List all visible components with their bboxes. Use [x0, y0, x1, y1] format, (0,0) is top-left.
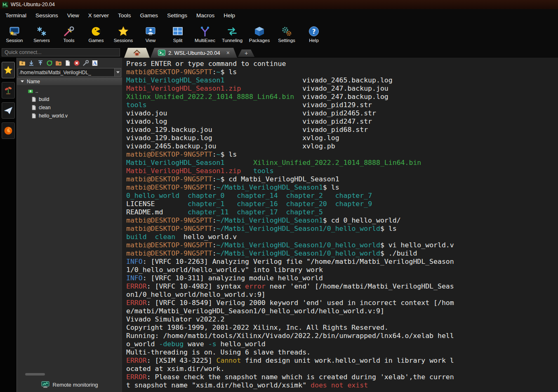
menu-item-x-server[interactable]: X server: [84, 9, 113, 21]
toolbar-button-tools[interactable]: Tools: [55, 21, 82, 47]
main-area: A /home/matbi/Matbi_VerilogHDL_ Name ..b…: [0, 58, 558, 392]
font-button[interactable]: A: [91, 59, 99, 67]
toolbar-button-label: Games: [88, 38, 104, 43]
chevron-down-icon: [116, 71, 120, 73]
terminal-line: o_world -debug wave -s hello_world: [126, 340, 558, 348]
plus-icon: +: [245, 50, 248, 56]
terminal-output[interactable]: Press ENTER or type command to continuem…: [122, 58, 558, 392]
tab-strip: 2. WSL-Ubuntu-20.04 × +: [124, 47, 254, 58]
toolbar-button-label: Sessions: [114, 38, 133, 43]
packages-icon: [254, 26, 265, 37]
terminal-line: matbi@DESKTOP-9NG5PTT:~/Matbi_VerilogHDL…: [126, 225, 558, 233]
toolbar-button-split[interactable]: Split: [164, 21, 191, 47]
app-window: WSL-Ubuntu-20.04 TerminalSessionsViewX s…: [0, 0, 558, 392]
view-icon: [145, 26, 156, 37]
terminal-line: matbi@DESKTOP-9NG5PTT:~$ ls: [126, 150, 558, 159]
quick-connect-input[interactable]: [2, 48, 120, 56]
horizontal-scrollbar[interactable]: [19, 372, 120, 376]
toolbar-button-settings[interactable]: Settings: [273, 21, 300, 47]
terminal-line: README.md chapter_11 chapter_17 chapter_…: [126, 208, 558, 216]
menu-item-view[interactable]: View: [63, 9, 84, 21]
connect-row: 2. WSL-Ubuntu-20.04 × +: [0, 47, 558, 58]
toolbar-button-label: Servers: [33, 38, 50, 43]
tunneling-icon: [227, 26, 238, 37]
toolbar-button-session[interactable]: Session: [1, 21, 28, 47]
menu-item-help[interactable]: Help: [219, 9, 240, 21]
terminal-line: Multi-threading is on. Using 6 slave thr…: [126, 348, 558, 357]
new-folder-icon: [55, 60, 62, 66]
session-icon: [9, 26, 20, 37]
toolbar-button-games[interactable]: Games: [82, 21, 110, 47]
file-tree-item--[interactable]: ..: [17, 87, 122, 95]
delete-button[interactable]: [73, 59, 80, 67]
menu-item-sessions[interactable]: Sessions: [31, 9, 63, 21]
upload-button[interactable]: [37, 59, 44, 67]
new-file-button[interactable]: [64, 59, 71, 67]
help-icon: ?: [308, 26, 319, 37]
toolbar-button-sessions[interactable]: Sessions: [110, 21, 137, 47]
toolbar-button-packages[interactable]: Packages: [246, 21, 273, 47]
menu-bar: TerminalSessionsViewX serverToolsGamesSe…: [0, 9, 558, 21]
tab-wsl-ubuntu-2004[interactable]: 2. WSL-Ubuntu-20.04 ×: [151, 48, 237, 58]
new-folder-button[interactable]: [55, 59, 62, 67]
open-folder-button[interactable]: [19, 59, 26, 67]
servers-icon: [36, 26, 47, 37]
terminal-line: Matbi_VerilogHDL_Season1.zip tools: [126, 167, 558, 175]
terminal-line: t snapshot name "xsim.dir/hello_world/xs…: [126, 381, 558, 390]
toolbar-button-tunneling[interactable]: Tunneling: [219, 21, 246, 47]
terminal-line: 0_hello_world chapter_0 chapter_14 chapt…: [126, 192, 558, 200]
terminal-line: ERROR: [VRFC 10-8549] Verilog 2000 keywo…: [126, 299, 558, 307]
terminal-line: matbi@DESKTOP-9NG5PTT:~/Matbi_VerilogHDL…: [126, 241, 558, 249]
column-header-name[interactable]: Name: [17, 77, 122, 86]
terminal-line: matbi@DESKTOP-9NG5PTT:~/Matbi_VerilogHDL…: [126, 216, 558, 225]
terminal-line: vivado_129.backup.log xvlog.log: [126, 134, 558, 142]
remote-monitoring-button[interactable]: Remote monitoring: [17, 377, 122, 392]
toolbar-button-help[interactable]: ?Help: [300, 21, 327, 47]
main-toolbar: SessionServersToolsGamesSessionsViewSpli…: [0, 21, 558, 47]
refresh-icon: [46, 60, 53, 66]
terminal-line: Xilinx_Unified_2022.2_1014_8888_Lin64.bi…: [126, 93, 558, 101]
file-name: ..: [35, 88, 38, 94]
path-dropdown[interactable]: /home/matbi/Matbi_VerilogHDL_: [18, 68, 121, 77]
toolbar-button-label: Packages: [249, 38, 270, 43]
toolbar-button-label: Split: [173, 38, 182, 43]
toolbar-button-label: Settings: [278, 38, 295, 43]
terminal-line: LICENSE chapter_1 chapter_16 chapter_20 …: [126, 200, 558, 208]
path-dropdown-button[interactable]: [114, 68, 121, 76]
menu-item-tools[interactable]: Tools: [113, 9, 136, 21]
terminal-line: matbi@DESKTOP-9NG5PTT:~$ ls: [126, 68, 558, 76]
file-tree-item-build[interactable]: build: [17, 95, 122, 103]
menu-item-macros[interactable]: Macros: [192, 9, 219, 21]
sidebar-tab-browser[interactable]: [2, 122, 15, 139]
file-browser-panel: A /home/matbi/Matbi_VerilogHDL_ Name ..b…: [16, 58, 122, 392]
refresh-button[interactable]: [46, 59, 53, 67]
tools-icon: [64, 26, 74, 37]
terminal-line: ocated at xsim.dir/work.: [126, 365, 558, 373]
toolbar-button-view[interactable]: View: [137, 21, 164, 47]
sidebar-tab-sessions[interactable]: [2, 62, 15, 78]
sidebar-tab-tools[interactable]: [2, 82, 15, 99]
tab-label: 2. WSL-Ubuntu-20.04: [168, 50, 220, 56]
terminal-line: vivado_2465.backup.jou xvlog.pb: [126, 142, 558, 150]
sidebar-tab-macros[interactable]: [2, 102, 15, 119]
toolbar-button-servers[interactable]: Servers: [28, 21, 55, 47]
menu-item-settings[interactable]: Settings: [162, 9, 192, 21]
download-button[interactable]: [28, 59, 35, 67]
terminal-line: Matbi_VerilogHDL_Season1 Xilinx_Unified_…: [126, 159, 558, 167]
file-tree-item-hello-world-v[interactable]: hello_world.v: [17, 112, 122, 120]
close-icon[interactable]: ×: [226, 49, 230, 56]
svg-text:?: ?: [312, 28, 316, 35]
terminal-line: Copyright 1986-1999, 2001-2022 Xilinx, I…: [126, 324, 558, 332]
wrench-button[interactable]: [82, 59, 89, 67]
terminal-line: 1/0_hello_world/hello_world.v" into libr…: [126, 266, 558, 274]
toolbar-button-multiexec[interactable]: MultiExec: [191, 21, 219, 47]
window-title: WSL-Ubuntu-20.04: [11, 2, 55, 7]
firefox-icon: [4, 126, 13, 135]
menu-item-games[interactable]: Games: [136, 9, 163, 21]
file-tree-item-clean[interactable]: clean: [17, 103, 122, 112]
home-tab[interactable]: [124, 48, 150, 58]
scrollbar-thumb[interactable]: [25, 373, 45, 376]
menu-item-terminal[interactable]: Terminal: [1, 9, 31, 21]
download-icon: [28, 60, 35, 66]
new-tab-button[interactable]: +: [238, 49, 254, 57]
